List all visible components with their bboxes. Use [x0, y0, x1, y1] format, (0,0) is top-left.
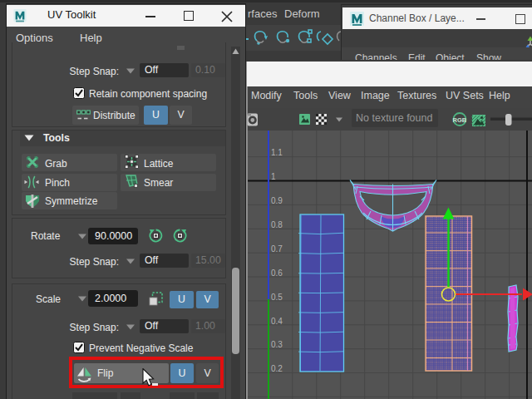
svg-text:1: 1 [271, 172, 276, 181]
svg-text:0.7: 0.7 [271, 244, 283, 254]
svg-text:0.3: 0.3 [271, 340, 283, 349]
svg-text:0.8: 0.8 [271, 220, 283, 229]
svg-text:No texture found: No texture found [356, 112, 432, 124]
svg-text:0.5: 0.5 [271, 293, 283, 302]
svg-text:RGB: RGB [453, 116, 467, 124]
svg-text:0.2: 0.2 [271, 364, 283, 373]
svg-text:1.1: 1.1 [271, 148, 283, 157]
svg-text:0.6: 0.6 [271, 268, 283, 278]
svg-text:0.4: 0.4 [271, 317, 283, 326]
svg-text:0.9: 0.9 [271, 196, 283, 205]
